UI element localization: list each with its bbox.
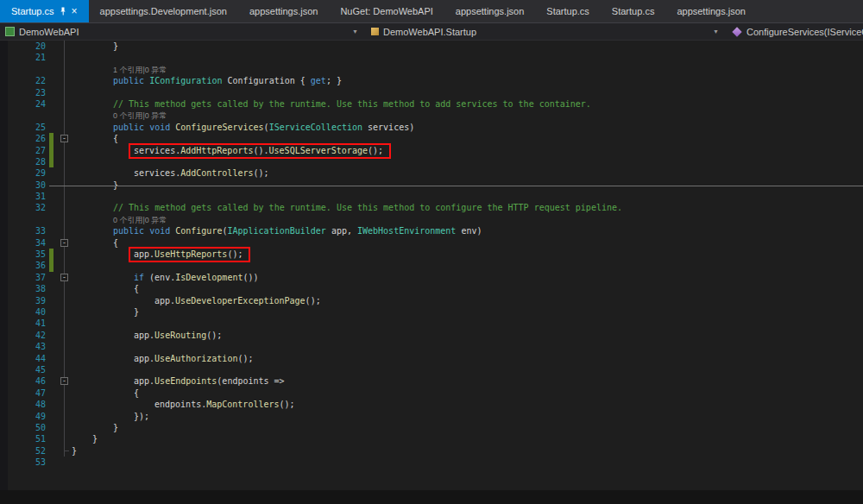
code-line[interactable]: 22public IConfiguration Configuration { … xyxy=(8,75,863,86)
code-line[interactable]: 46-app.UseEndpoints(endpoints => xyxy=(8,375,863,387)
code-line[interactable]: 52} xyxy=(8,445,863,457)
code-line[interactable]: 40} xyxy=(8,306,863,318)
code-line[interactable]: 49}); xyxy=(8,411,863,422)
code-text: services.AddControllers(); xyxy=(72,167,269,179)
type-dropdown-label: DemoWebAPI.Startup xyxy=(383,27,476,37)
code-line[interactable]: 39app.UseDeveloperExceptionPage(); xyxy=(8,295,863,306)
fold-toggle-icon[interactable]: - xyxy=(60,239,68,247)
code-line[interactable]: 23 xyxy=(8,87,863,98)
document-tab[interactable]: NuGet: DemoWebAPI xyxy=(329,0,444,22)
code-line[interactable]: 45 xyxy=(8,364,863,375)
code-text: if (env.IsDevelopment()) xyxy=(72,272,259,283)
outline-margin xyxy=(57,387,72,399)
code-line[interactable]: 32// This method gets called by the runt… xyxy=(8,202,863,213)
code-token: app. xyxy=(134,331,154,340)
change-margin xyxy=(46,433,57,444)
fold-toggle-icon[interactable]: - xyxy=(60,377,68,385)
document-tab[interactable]: appsettings.Development.json xyxy=(89,0,238,22)
outline-margin xyxy=(57,341,72,352)
code-line[interactable]: 38{ xyxy=(8,283,863,294)
code-line[interactable]: 37-if (env.IsDevelopment()) xyxy=(8,272,863,283)
pin-icon[interactable] xyxy=(60,7,66,16)
code-line[interactable]: 25public void ConfigureServices(IService… xyxy=(8,122,863,133)
codelens-row[interactable]: 0 个引用|0 异常 xyxy=(8,214,863,225)
code-token: UseDeveloperExceptionPage xyxy=(175,296,306,306)
outline-margin xyxy=(57,202,72,213)
line-number: 46 xyxy=(8,375,46,387)
document-tab[interactable]: appsettings.json xyxy=(444,0,536,22)
member-dropdown-label: ConfigureServices(IServiceC xyxy=(746,27,863,37)
code-line[interactable]: 48endpoints.MapControllers(); xyxy=(8,399,863,410)
fold-toggle-icon[interactable]: - xyxy=(60,135,68,142)
change-margin xyxy=(46,260,57,271)
line-number: 32 xyxy=(8,202,46,213)
outline-margin: - xyxy=(57,237,72,249)
line-number: 52 xyxy=(8,445,46,457)
code-line[interactable]: 51} xyxy=(8,433,863,444)
outline-margin xyxy=(57,306,72,318)
line-number: 40 xyxy=(8,306,46,318)
change-margin xyxy=(46,145,57,156)
document-tab[interactable]: Startup.cs xyxy=(535,0,601,22)
document-tab[interactable]: Startup.cs xyxy=(601,0,666,22)
document-tab[interactable]: Startup.cs× xyxy=(0,0,89,22)
outline-end-tick xyxy=(64,450,69,451)
breakpoint-margin[interactable] xyxy=(0,41,8,490)
code-line[interactable]: 47{ xyxy=(8,387,863,399)
change-margin xyxy=(46,295,57,306)
close-icon[interactable]: × xyxy=(72,6,78,16)
code-line[interactable]: 24// This method gets called by the runt… xyxy=(8,98,863,110)
document-tab[interactable]: appsettings.json xyxy=(238,0,330,22)
tab-label: Startup.cs xyxy=(11,6,54,16)
code-text: 0 个引用|0 异常 xyxy=(72,110,167,121)
tab-label: appsettings.json xyxy=(677,6,746,16)
code-line[interactable]: 42app.UseRouting(); xyxy=(8,330,863,341)
code-line[interactable]: 29services.AddControllers(); xyxy=(8,167,863,179)
line-number xyxy=(8,110,46,121)
method-icon xyxy=(732,27,741,36)
project-dropdown[interactable]: DemoWebAPI ▼ xyxy=(0,23,366,40)
outline-margin: - xyxy=(57,375,72,387)
chevron-down-icon[interactable]: ▼ xyxy=(350,28,361,35)
member-dropdown[interactable]: ConfigureServices(IServiceC xyxy=(727,23,863,40)
code-token: } xyxy=(113,180,118,190)
code-token: } xyxy=(113,41,118,51)
code-text: app.UseDeveloperExceptionPage(); xyxy=(72,295,321,306)
change-margin xyxy=(46,52,57,63)
code-line[interactable]: 41 xyxy=(8,318,863,329)
document-tab[interactable]: appsettings.json xyxy=(665,0,757,22)
code-token: Configuration { xyxy=(222,76,310,85)
code-token: Configure xyxy=(175,226,222,236)
line-number: 41 xyxy=(8,318,46,329)
code-line[interactable]: 21 xyxy=(8,52,863,63)
codelens-row[interactable]: 1 个引用|0 异常 xyxy=(8,64,863,75)
code-line[interactable]: 30} xyxy=(8,180,863,191)
code-line[interactable]: 34-{ xyxy=(8,237,863,249)
code-token: (env. xyxy=(144,273,175,282)
code-line[interactable]: 53 xyxy=(8,457,863,468)
codelens-row[interactable]: 0 个引用|0 异常 xyxy=(8,110,863,121)
code-text: services.AddHttpReports().UseSQLServerSt… xyxy=(72,145,388,156)
code-token: UseAuthorization xyxy=(154,354,237,363)
outline-margin xyxy=(57,110,72,121)
chevron-down-icon[interactable]: ▼ xyxy=(710,28,721,35)
code-line[interactable]: 36 xyxy=(8,260,863,271)
code-text: public void Configure(IApplicationBuilde… xyxy=(72,225,482,236)
code-line[interactable]: 44app.UseAuthorization(); xyxy=(8,353,863,364)
outline-margin xyxy=(57,122,72,133)
code-line[interactable]: 26-{ xyxy=(8,133,863,144)
code-token: IApplicationBuilder xyxy=(227,226,325,236)
outline-margin xyxy=(57,214,72,225)
code-line[interactable]: 33public void Configure(IApplicationBuil… xyxy=(8,225,863,236)
type-dropdown[interactable]: DemoWebAPI.Startup ▼ xyxy=(366,23,727,40)
code-line[interactable]: 28 xyxy=(8,156,863,167)
code-line[interactable]: 31 xyxy=(8,191,863,202)
fold-toggle-icon[interactable]: - xyxy=(60,274,68,281)
code-line[interactable]: 50} xyxy=(8,422,863,433)
code-line[interactable]: 20} xyxy=(8,41,863,52)
code-line[interactable]: 43 xyxy=(8,341,863,352)
code-editor[interactable]: 20}211 个引用|0 异常22public IConfiguration C… xyxy=(0,41,863,490)
change-margin xyxy=(46,98,57,110)
code-line[interactable]: 35app.UseHttpReports(); xyxy=(8,249,863,260)
code-line[interactable]: 27services.AddHttpReports().UseSQLServer… xyxy=(8,145,863,156)
